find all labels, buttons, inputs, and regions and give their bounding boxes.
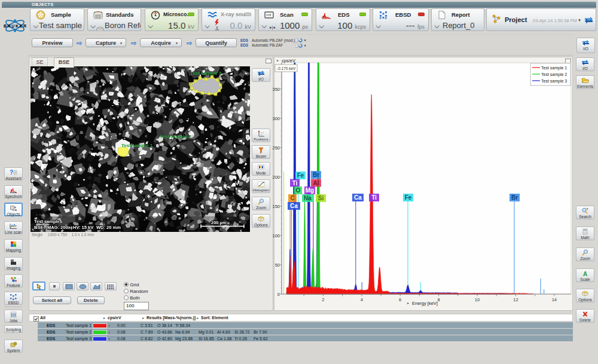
svg-text:Br: Br	[313, 172, 319, 178]
svg-text:Si: Si	[318, 195, 324, 201]
svg-text:O: O	[296, 187, 301, 194]
svg-text:Test sample 1: Test sample 1	[541, 66, 567, 71]
svg-text:Ti: Ti	[292, 180, 298, 186]
svg-text:100: 100	[272, 233, 280, 238]
svg-text:BRUKER: BRUKER	[4, 24, 26, 28]
svg-text:Ca: Ca	[290, 203, 298, 209]
svg-text:10: 10	[475, 297, 480, 302]
svg-text:Test sample 2: Test sample 2	[541, 72, 567, 77]
svg-text:Energy [keV]: Energy [keV]	[412, 301, 438, 306]
svg-text:A: A	[583, 271, 587, 277]
svg-text:200 µm: 200 µm	[211, 220, 227, 225]
svg-text:Test sample: Test sample	[34, 219, 60, 224]
svg-text:C: C	[290, 195, 294, 201]
svg-text:Al: Al	[313, 180, 319, 186]
svg-text:200: 200	[272, 175, 280, 180]
svg-text:Na: Na	[304, 195, 312, 201]
svg-text:300: 300	[272, 116, 280, 121]
svg-text:MAG: 200x: MAG: 200x	[47, 225, 71, 230]
svg-text:Test sample 2: Test sample 2	[160, 134, 191, 139]
svg-text:Fe: Fe	[405, 194, 412, 201]
svg-text:8: 8	[438, 297, 440, 302]
svg-text:Test sample 3: Test sample 3	[541, 79, 567, 84]
svg-text:14: 14	[552, 297, 557, 302]
svg-text:BSE: BSE	[34, 225, 43, 230]
svg-text:50: 50	[275, 262, 280, 268]
svg-text:350: 350	[272, 87, 280, 92]
svg-text:HV: 15 kV: HV: 15 kV	[73, 225, 93, 230]
svg-text:▸: ▸	[277, 59, 279, 62]
svg-text:150: 150	[272, 204, 280, 209]
svg-text:-0.170 keV: -0.170 keV	[277, 66, 296, 71]
svg-text:?: ?	[586, 207, 588, 211]
svg-text:0: 0	[277, 292, 280, 297]
svg-text:WD: 20 mm: WD: 20 mm	[96, 225, 121, 230]
svg-text:Br: Br	[511, 194, 518, 201]
svg-text:4: 4	[361, 297, 363, 302]
svg-text:Ca: Ca	[354, 194, 362, 201]
svg-text:▸: ▸	[407, 301, 409, 305]
svg-text:+: +	[160, 138, 163, 144]
svg-text:Test sample 3: Test sample 3	[190, 71, 222, 76]
svg-text:250: 250	[272, 145, 280, 151]
svg-text:Mg: Mg	[306, 187, 314, 194]
svg-text:12: 12	[513, 297, 518, 302]
svg-text:?: ?	[10, 169, 13, 176]
svg-text:Ti: Ti	[371, 194, 377, 201]
svg-text:Fe: Fe	[297, 172, 304, 179]
svg-text:2: 2	[322, 297, 324, 302]
svg-text:Test sample 1: Test sample 1	[121, 143, 153, 148]
svg-text:cps/eV: cps/eV	[282, 58, 295, 63]
svg-text:6: 6	[399, 297, 401, 302]
